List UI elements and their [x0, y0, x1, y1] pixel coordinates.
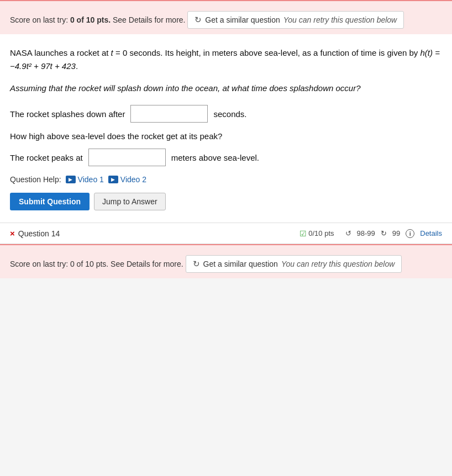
q-text-part1: NASA launches a rocket at [10, 48, 111, 57]
submit-question-button[interactable]: Submit Question [10, 193, 90, 210]
score-text-suffix: See Details for more. [111, 15, 185, 24]
x-mark-icon: × [10, 229, 15, 238]
retry-icon: ↻ [195, 15, 202, 25]
bottom-score-prefix: Score on last try: [10, 260, 70, 268]
bottom-retry-bar[interactable]: ↻ Get a similar question You can retry t… [186, 255, 402, 273]
video2-link[interactable]: ▶ Video 2 [108, 175, 146, 184]
question-body: NASA launches a rocket at t = 0 seconds.… [0, 34, 452, 223]
peak-input-row: The rocket peaks at meters above sea-lev… [10, 149, 442, 166]
bottom-score-banner: Score on last try: 0 of 10 pts. See Deta… [0, 244, 452, 278]
question-intro-text: NASA launches a rocket at t = 0 seconds.… [10, 46, 442, 73]
jump-to-answer-button[interactable]: Jump to Answer [94, 193, 166, 210]
question-help: Question Help: ▶ Video 1 ▶ Video 2 [10, 175, 442, 184]
bottom-score-suffix: See Details for more. [108, 260, 183, 268]
footer-right: ☑ 0/10 pts ↺ 98-99 ↻ 99 i Details [299, 229, 442, 238]
score-text-prefix: Score on last try: [10, 15, 70, 24]
page-wrapper: Score on last try: 0 of 10 pts. See Deta… [0, 0, 452, 278]
splashdown-text: Assuming that the rocket will splash dow… [10, 83, 361, 93]
help-label: Question Help: [10, 175, 61, 184]
peak-question-text: How high above sea-level does the rocket… [10, 131, 442, 141]
video2-label: Video 2 [120, 175, 146, 184]
bottom-retry-icon: ↻ [193, 259, 200, 269]
q-text-part3: . [76, 61, 78, 71]
splash-label: The rocket splashes down after [10, 109, 125, 119]
score-bold: 0 of 10 pts. [70, 15, 111, 24]
refresh-icon: ↻ [381, 229, 387, 237]
check-icon: ☑ [299, 229, 307, 238]
video1-label: Video 1 [78, 175, 104, 184]
bottom-score-bold: 0 of 10 pts. [70, 260, 108, 268]
peak-input[interactable] [88, 149, 166, 166]
retry-sub: You can retry this question below [283, 15, 397, 24]
splash-input-row: The rocket splashes down after seconds. [10, 105, 442, 123]
info-icon: i [406, 229, 414, 238]
video2-icon: ▶ [108, 176, 118, 183]
peak-question-label: How high above sea-level does the rocket… [10, 131, 222, 141]
video1-icon: ▶ [66, 176, 76, 183]
retry-bar[interactable]: ↻ Get a similar question You can retry t… [187, 11, 404, 29]
pts-text: 0/10 pts [308, 229, 334, 237]
peak-suffix: meters above sea-level. [171, 153, 259, 162]
history-icon: ↺ [345, 229, 351, 237]
footer-left: × Question 14 [10, 229, 60, 238]
refresh-text: 99 [392, 229, 400, 237]
history-text: 98-99 [357, 229, 375, 237]
button-row: Submit Question Jump to Answer [10, 193, 442, 210]
question-number: Question 14 [18, 229, 60, 238]
splashdown-question: Assuming that the rocket will splash dow… [10, 82, 442, 95]
bottom-retry-sub: You can retry this question below [281, 260, 395, 268]
bottom-retry-label: Get a similar question [203, 260, 278, 268]
question-footer: × Question 14 ☑ 0/10 pts ↺ 98-99 ↻ 99 i … [0, 223, 452, 244]
splash-suffix: seconds. [213, 109, 246, 119]
q-text-part2: = 0 seconds. Its height, in meters above… [113, 48, 421, 57]
details-link[interactable]: Details [420, 229, 442, 237]
peak-label: The rocket peaks at [10, 153, 83, 162]
splash-input[interactable] [130, 105, 208, 123]
retry-label: Get a similar question [205, 15, 280, 24]
pts-badge: ☑ 0/10 pts [299, 229, 334, 238]
top-score-banner: Score on last try: 0 of 10 pts. See Deta… [0, 0, 452, 34]
video1-link[interactable]: ▶ Video 1 [66, 175, 104, 184]
